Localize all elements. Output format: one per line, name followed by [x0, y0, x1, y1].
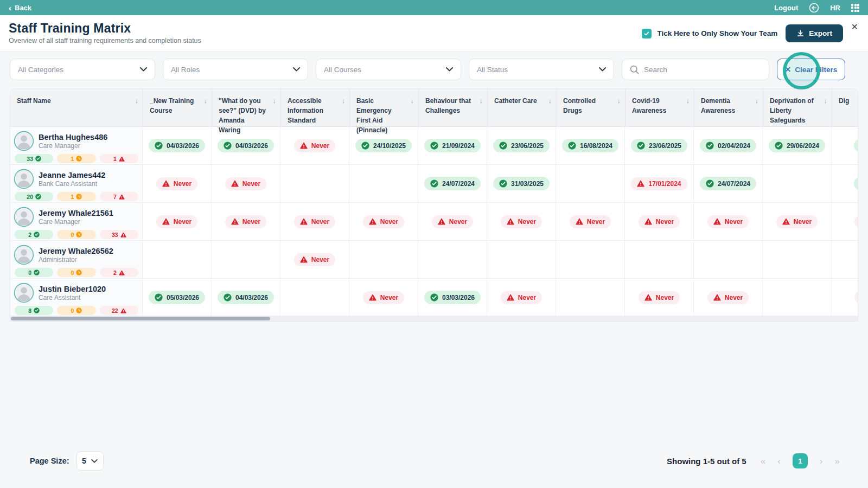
prev-page-button[interactable]: ‹: [777, 457, 781, 466]
current-page-button[interactable]: 1: [793, 453, 808, 468]
status-never-pill[interactable]: Never: [570, 215, 611, 228]
status-complete-pill[interactable]: 29/06/2024: [769, 139, 825, 152]
status-complete-pill[interactable]: 23/06/2025: [631, 139, 687, 152]
scrollbar-thumb[interactable]: [11, 317, 270, 320]
column-header[interactable]: Dementia Awareness↓: [694, 89, 763, 126]
roles-dropdown[interactable]: All Roles: [163, 59, 308, 80]
status-never-pill[interactable]: Never: [707, 215, 749, 228]
status-never-pill[interactable]: Never: [639, 291, 680, 304]
staff-cell[interactable]: Jeremy Whale26562Administrator002: [10, 241, 143, 278]
status-dropdown[interactable]: All Status: [469, 59, 614, 80]
last-page-button[interactable]: »: [835, 457, 840, 466]
status-complete-pill[interactable]: 23/06/2025: [493, 139, 550, 152]
status-complete-pill[interactable]: [854, 177, 858, 190]
status-complete-pill[interactable]: 31/03/2025: [493, 177, 550, 190]
status-never-pill[interactable]: Never: [294, 139, 335, 152]
warning-triangle-icon: [507, 218, 514, 225]
status-expired-pill[interactable]: 17/01/2024: [631, 177, 687, 190]
sort-icon[interactable]: ↓: [617, 95, 621, 106]
sort-icon[interactable]: ↓: [204, 95, 208, 106]
status-complete-pill[interactable]: 02/04/2024: [700, 139, 756, 152]
status-never-pill[interactable]: [854, 215, 859, 228]
status-never-pill[interactable]: Never: [294, 215, 335, 228]
first-page-button[interactable]: «: [761, 457, 765, 466]
show-your-team-checkbox[interactable]: Tick Here to Only Show Your Team: [642, 29, 777, 38]
status-complete-pill[interactable]: 03/03/2026: [424, 291, 481, 304]
sort-icon[interactable]: ↓: [480, 95, 483, 106]
column-header[interactable]: Dig↓: [832, 89, 858, 126]
checkbox-checked-icon[interactable]: [642, 29, 652, 38]
status-complete-pill[interactable]: 21/09/2024: [424, 139, 481, 152]
warning-triangle-icon: [369, 218, 376, 225]
sort-icon[interactable]: ↓: [548, 95, 552, 106]
training-cell: Never: [487, 203, 556, 240]
status-complete-pill[interactable]: 24/07/2024: [700, 177, 756, 190]
staff-cell[interactable]: Justin Bieber1020Care Assistant8022: [10, 279, 143, 316]
staff-cell[interactable]: Bertha Hughes486Care Manager3311: [10, 127, 143, 164]
warning-triangle-icon: [300, 142, 308, 149]
column-header[interactable]: Behaviour that Challenges↓: [418, 89, 487, 126]
status-complete-pill[interactable]: 24/10/2025: [355, 139, 412, 152]
apps-grid-icon[interactable]: [851, 4, 859, 12]
logout-button[interactable]: Logout: [774, 4, 798, 12]
sort-icon[interactable]: ↓: [135, 95, 139, 106]
back-button[interactable]: ‹ Back: [9, 4, 31, 12]
status-never-pill[interactable]: Never: [363, 291, 404, 304]
status-complete-pill[interactable]: 24/07/2024: [424, 177, 481, 190]
sort-icon[interactable]: ↓: [273, 95, 277, 106]
column-header[interactable]: Catheter Care↓: [487, 89, 556, 126]
status-never-pill[interactable]: Never: [156, 215, 197, 228]
staff-cell[interactable]: Jeremy Whale21561Care Manager2033: [10, 203, 143, 240]
staff-cell[interactable]: Jeanne James442Bank Care Assistant2017: [10, 165, 143, 202]
completed-count-badge: 0: [15, 268, 53, 277]
status-complete-pill[interactable]: 04/03/2026: [218, 139, 274, 152]
column-header[interactable]: "What do you see?" (DVD) by Amanda Warin…: [212, 89, 280, 126]
column-header[interactable]: Basic Emergency First Aid (Pinnacle)↓: [349, 89, 418, 126]
check-circle-icon: [34, 269, 40, 275]
column-header[interactable]: Controlled Drugs↓: [556, 89, 625, 126]
training-cell: Never: [625, 203, 694, 240]
status-never-pill[interactable]: Never: [501, 291, 542, 304]
status-complete-pill[interactable]: 05/03/2026: [149, 291, 205, 304]
status-never-pill[interactable]: Never: [225, 215, 266, 228]
sort-icon[interactable]: ↓: [824, 95, 828, 106]
status-never-pill[interactable]: Never: [156, 177, 197, 190]
status-never-pill[interactable]: [854, 291, 859, 304]
status-complete-pill[interactable]: 04/03/2026: [149, 139, 205, 152]
column-header[interactable]: Deprivation of Liberty Safeguards↓: [763, 89, 832, 126]
close-icon[interactable]: ✕: [851, 22, 858, 32]
status-never-pill[interactable]: Never: [707, 291, 749, 304]
column-header-staff-name[interactable]: Staff Name ↓: [10, 89, 143, 126]
categories-dropdown[interactable]: All Categories: [10, 59, 155, 80]
horizontal-scrollbar[interactable]: [10, 316, 858, 321]
next-page-button[interactable]: ›: [820, 457, 823, 466]
status-never-pill[interactable]: Never: [639, 215, 680, 228]
sort-icon[interactable]: ↓: [342, 95, 346, 106]
status-never-pill[interactable]: Never: [432, 215, 473, 228]
status-never-pill[interactable]: Never: [225, 177, 266, 190]
status-text: 04/03/2026: [235, 294, 268, 301]
status-never-pill[interactable]: Never: [501, 215, 542, 228]
export-button[interactable]: Export: [786, 24, 843, 42]
page-size-select[interactable]: 5: [76, 451, 104, 471]
clear-filters-button[interactable]: ✕ Clear Filters: [777, 59, 845, 80]
status-complete-pill[interactable]: [854, 139, 858, 152]
sort-icon[interactable]: ↓: [686, 95, 690, 106]
showing-count-text: Showing 1-5 out of 5: [667, 457, 746, 466]
status-complete-pill[interactable]: 04/03/2026: [218, 291, 274, 304]
column-header[interactable]: Accessible Information Standard↓: [280, 89, 349, 126]
status-never-pill[interactable]: Never: [363, 215, 404, 228]
sort-icon[interactable]: ↓: [411, 95, 414, 106]
status-complete-pill[interactable]: 16/08/2024: [562, 139, 618, 152]
status-text: 31/03/2025: [511, 180, 544, 188]
logout-icon[interactable]: [809, 3, 819, 13]
status-never-pill[interactable]: Never: [776, 215, 818, 228]
column-header[interactable]: Covid-19 Awareness↓: [625, 89, 694, 126]
user-initials[interactable]: HR: [830, 4, 840, 12]
column-header[interactable]: _New Training Course↓: [143, 89, 212, 126]
sort-icon[interactable]: ↓: [755, 95, 759, 106]
courses-dropdown[interactable]: All Courses: [316, 59, 461, 80]
search-input[interactable]: [644, 66, 761, 74]
status-never-pill[interactable]: Never: [294, 253, 335, 266]
status-text: Never: [311, 142, 329, 150]
